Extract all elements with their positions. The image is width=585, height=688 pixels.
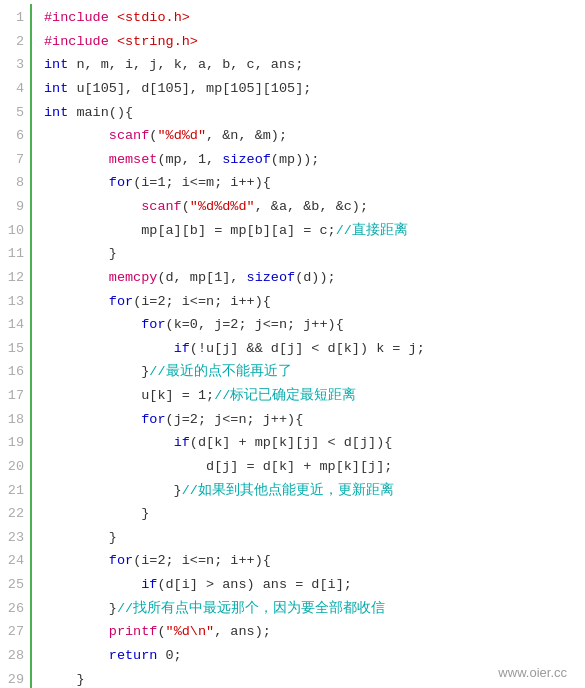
code-line: d[j] = d[k] + mp[k][j]; — [44, 455, 585, 479]
line-number: 9 — [0, 195, 24, 219]
code-line: scanf("%d%d%d", &a, &b, &c); — [44, 195, 585, 219]
plain-segment — [44, 577, 141, 592]
code-line: if(!u[j] && d[j] < d[k]) k = j; — [44, 337, 585, 361]
kw-segment: sizeof — [247, 270, 296, 285]
plain-segment: (mp, 1, — [157, 152, 222, 167]
watermark: www.oier.cc — [498, 662, 567, 685]
code-line: } — [44, 242, 585, 266]
code-line: int n, m, i, j, k, a, b, c, ans; — [44, 53, 585, 77]
line-number: 19 — [0, 431, 24, 455]
kw-segment: if — [174, 341, 190, 356]
line-number: 12 — [0, 266, 24, 290]
line-number: 17 — [0, 384, 24, 408]
line-number: 14 — [0, 313, 24, 337]
code-window: 1234567891011121314151617181920212223242… — [0, 0, 585, 688]
line-number: 27 — [0, 620, 24, 644]
plain-segment: main(){ — [68, 105, 133, 120]
plain-segment: (i=2; i<=n; i++){ — [133, 294, 271, 309]
kw-segment: return — [109, 648, 158, 663]
code-container: 1234567891011121314151617181920212223242… — [0, 0, 585, 688]
line-number: 8 — [0, 171, 24, 195]
plain-segment — [44, 270, 109, 285]
code-line: int main(){ — [44, 101, 585, 125]
code-line: for(i=2; i<=n; i++){ — [44, 549, 585, 573]
code-line: memcpy(d, mp[1], sizeof(d)); — [44, 266, 585, 290]
plain-segment: (i=1; i<=m; i++){ — [133, 175, 271, 190]
line-number: 15 — [0, 337, 24, 361]
code-line: printf("%d\n", ans); — [44, 620, 585, 644]
plain-segment — [44, 199, 141, 214]
code-line: } — [44, 526, 585, 550]
plain-segment: ( — [182, 199, 190, 214]
pp-segment: #include — [44, 34, 117, 49]
plain-segment: } — [44, 601, 117, 616]
code-line: for(i=2; i<=n; i++){ — [44, 290, 585, 314]
line-number: 13 — [0, 290, 24, 314]
plain-segment: , &a, &b, &c); — [255, 199, 368, 214]
plain-segment — [44, 152, 109, 167]
plain-segment — [44, 128, 109, 143]
str-segment: "%d%d%d" — [190, 199, 255, 214]
line-number: 18 — [0, 408, 24, 432]
code-line: u[k] = 1;//标记已确定最短距离 — [44, 384, 585, 408]
kw-segment: if — [141, 577, 157, 592]
line-number: 23 — [0, 526, 24, 550]
plain-segment: (k=0, j=2; j<=n; j++){ — [166, 317, 344, 332]
plain-segment: , &n, &m); — [206, 128, 287, 143]
plain-segment: (j=2; j<=n; j++){ — [166, 412, 304, 427]
str-segment: "%d%d" — [157, 128, 206, 143]
plain-segment: } — [44, 246, 117, 261]
plain-segment — [44, 412, 141, 427]
code-line: for(j=2; j<=n; j++){ — [44, 408, 585, 432]
plain-segment — [44, 294, 109, 309]
plain-segment: (d[k] + mp[k][j] < d[j]){ — [190, 435, 393, 450]
plain-segment: mp[a][b] = mp[b][a] = c; — [44, 223, 336, 238]
plain-segment: 0; — [157, 648, 181, 663]
line-number: 7 — [0, 148, 24, 172]
line-number: 22 — [0, 502, 24, 526]
fn-segment: memset — [109, 152, 158, 167]
plain-segment — [44, 341, 174, 356]
plain-segment — [44, 624, 109, 639]
code-line: }//如果到其他点能更近，更新距离 — [44, 479, 585, 503]
plain-segment: } — [44, 530, 117, 545]
plain-segment: d[j] = d[k] + mp[k][j]; — [44, 459, 392, 474]
line-number: 5 — [0, 101, 24, 125]
fn-segment: scanf — [141, 199, 182, 214]
plain-segment: } — [44, 483, 182, 498]
line-number: 10 — [0, 219, 24, 243]
line-number: 21 — [0, 479, 24, 503]
inc-segment: <string.h> — [117, 34, 198, 49]
kw-segment: int — [44, 105, 68, 120]
kw-segment: for — [109, 175, 133, 190]
plain-segment: } — [44, 506, 149, 521]
plain-segment: } — [44, 364, 149, 379]
code-line: int u[105], d[105], mp[105][105]; — [44, 77, 585, 101]
plain-segment — [44, 648, 109, 663]
line-number: 1 — [0, 6, 24, 30]
str-segment: "%d\n" — [166, 624, 215, 639]
plain-segment — [44, 317, 141, 332]
plain-segment: (!u[j] && d[j] < d[k]) k = j; — [190, 341, 425, 356]
code-line: } — [44, 502, 585, 526]
cm-segment: //直接距离 — [336, 223, 408, 238]
pp-segment: #include — [44, 10, 117, 25]
fn-segment: printf — [109, 624, 158, 639]
code-line: }//最近的点不能再近了 — [44, 360, 585, 384]
code-line: if(d[i] > ans) ans = d[i]; — [44, 573, 585, 597]
code-line: }//找所有点中最远那个，因为要全部都收信 — [44, 597, 585, 621]
cm-segment: //如果到其他点能更近，更新距离 — [182, 483, 394, 498]
line-number: 3 — [0, 53, 24, 77]
line-number: 11 — [0, 242, 24, 266]
kw-segment: for — [141, 317, 165, 332]
plain-segment: (i=2; i<=n; i++){ — [133, 553, 271, 568]
plain-segment: u[105], d[105], mp[105][105]; — [68, 81, 311, 96]
cm-segment: //找所有点中最远那个，因为要全部都收信 — [117, 601, 385, 616]
line-number: 16 — [0, 360, 24, 384]
line-number: 29 — [0, 668, 24, 689]
line-numbers: 1234567891011121314151617181920212223242… — [0, 4, 32, 688]
plain-segment: (d[i] > ans) ans = d[i]; — [157, 577, 351, 592]
code-area: #include <stdio.h>#include <string.h>int… — [32, 4, 585, 688]
plain-segment: , ans); — [214, 624, 271, 639]
plain-segment: u[k] = 1; — [44, 388, 214, 403]
